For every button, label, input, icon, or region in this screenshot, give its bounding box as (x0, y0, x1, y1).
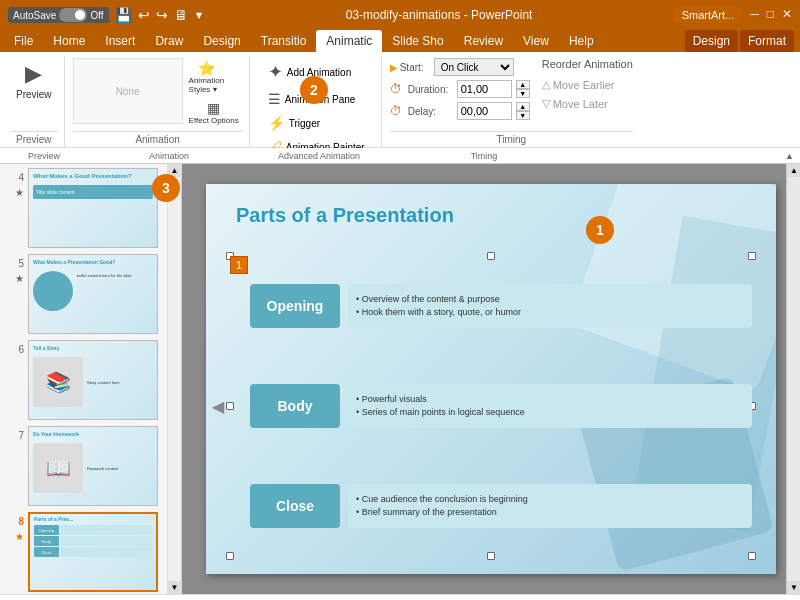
close-content: • Cue audience the conclusion is beginni… (348, 484, 752, 528)
slide-num-6: 6 (8, 340, 24, 355)
restore-button[interactable]: □ (767, 7, 774, 23)
tab-design[interactable]: Design (193, 30, 250, 52)
title-bar-left: AutoSave Off 💾 ↩ ↪ 🖥 ▼ (8, 7, 204, 23)
animation-styles-gallery[interactable]: None (73, 58, 183, 124)
body-label: Body (250, 384, 340, 428)
delay-input[interactable] (457, 102, 512, 120)
duration-row: ⏱ Duration: ▲ ▼ (390, 80, 530, 98)
autosave-badge[interactable]: AutoSave Off (8, 7, 109, 23)
ribbon-group-preview: ▶ Preview Preview (4, 56, 65, 147)
start-label: ▶ Start: (390, 62, 430, 73)
tab-view[interactable]: View (513, 30, 559, 52)
vscroll-down[interactable]: ▼ (787, 581, 800, 594)
tab-slideshow[interactable]: Slide Sho (382, 30, 453, 52)
smartart-selection-area[interactable]: ◀ 1 Opening • Overview of the content & … (226, 252, 756, 560)
slide-area-vscrollbar[interactable]: ▲ ▼ (786, 164, 800, 594)
slide-img-5[interactable]: What Makes a Presentation Good? bullet c… (28, 254, 158, 334)
slide-title: Parts of a Presentation (236, 204, 454, 227)
callout-badge-3: 3 (152, 174, 180, 202)
timing-col: ▶ Start: On Click ⏱ Duration: ▲ ▼ (390, 58, 530, 122)
move-earlier-icon: △ (542, 78, 550, 91)
duration-icon: ⏱ (390, 82, 402, 96)
delay-spinner[interactable]: ▲ ▼ (516, 102, 530, 120)
title-bar-controls: SmartArt... ─ □ ✕ (674, 7, 792, 23)
smartart-row-body[interactable]: Body • Powerful visuals • Series of main… (250, 364, 752, 448)
delay-icon: ⏱ (390, 104, 402, 118)
slide-panel: 4 ★ What Makes a Good Presentation? Titl… (0, 164, 168, 594)
callout-badge-2: 2 (300, 76, 328, 104)
tab-review[interactable]: Review (454, 30, 513, 52)
timing-group-label: Timing (390, 131, 633, 145)
star-icon-5: ★ (15, 269, 24, 284)
delay-up[interactable]: ▲ (516, 102, 530, 111)
tab-help[interactable]: Help (559, 30, 604, 52)
tab-animations[interactable]: Animatic (316, 30, 382, 52)
slide-thumb-8[interactable]: 8 ★ Parts of a Pres... Opening Body Clos… (4, 512, 163, 592)
trigger-icon: ⚡ (268, 115, 285, 131)
timing-group-content: ▶ Start: On Click ⏱ Duration: ▲ ▼ (390, 58, 633, 129)
tab-home[interactable]: Home (43, 30, 95, 52)
autosave-toggle[interactable] (59, 8, 87, 22)
slide-panel-scrollbar[interactable]: ▲ ▼ (168, 164, 182, 594)
animation-section-label: Animation (84, 151, 254, 161)
vscroll-up[interactable]: ▲ (787, 164, 800, 177)
effect-options-icon: ▦ (207, 100, 220, 116)
smartart-row-opening[interactable]: Opening • Overview of the content & purp… (250, 264, 752, 348)
delay-row: ⏱ Delay: ▲ ▼ (390, 102, 530, 120)
tab-insert[interactable]: Insert (95, 30, 145, 52)
slide-img-7[interactable]: Do Your Homework 📖 Research content (28, 426, 158, 506)
delay-down[interactable]: ▼ (516, 111, 530, 120)
minimize-button[interactable]: ─ (750, 7, 759, 23)
slide-thumb-6[interactable]: 6 Tell a Story 📚 Story content here (4, 340, 163, 420)
preview-button[interactable]: ▶ Preview (10, 58, 58, 104)
tab-file[interactable]: File (4, 30, 43, 52)
slide-scroll-down[interactable]: ▼ (168, 581, 182, 594)
monitor-icon[interactable]: 🖥 (174, 7, 188, 23)
undo-icon[interactable]: ↩ (138, 7, 150, 23)
handle-tc[interactable] (487, 252, 495, 260)
duration-input[interactable] (457, 80, 512, 98)
tab-smartart-design[interactable]: Design (685, 30, 738, 52)
animation-group-label: Animation (73, 131, 243, 145)
star-icon-8: ★ (15, 527, 24, 542)
close-label: Close (250, 484, 340, 528)
star-icon-4: ★ (15, 183, 24, 198)
advanced-section-label: Advanced Animation (254, 151, 384, 161)
advanced-group-content: ✦ Add Animation ☰ Animation Pane ⚡ Trigg… (262, 58, 371, 158)
smartart-row-close[interactable]: Close • Cue audience the conclusion is b… (250, 464, 752, 548)
move-earlier-button: △ Move Earlier (542, 76, 615, 93)
scroll-left-arrow[interactable]: ◀ (212, 397, 224, 416)
add-animation-icon: ✦ (268, 61, 283, 83)
effect-options-button[interactable]: ▦ Effect Options (185, 98, 243, 127)
opening-label: Opening (250, 284, 340, 328)
animation-group-content: None ⭐ AnimationStyles ▾ ▦ Effect Option… (73, 58, 243, 129)
preview-section-label: Preview (4, 151, 84, 161)
dropdown-icon[interactable]: ▼ (194, 9, 205, 21)
move-later-button: ▽ Move Later (542, 95, 608, 112)
ribbon-labels-row: Preview Animation Advanced Animation Tim… (0, 148, 800, 164)
collapse-ribbon-icon[interactable]: ▲ (785, 151, 794, 161)
tab-transitions[interactable]: Transitio (251, 30, 317, 52)
trigger-button[interactable]: ⚡ Trigger (262, 112, 326, 134)
slide-thumb-5[interactable]: 5 ★ What Makes a Presentation Good? bull… (4, 254, 163, 334)
redo-icon[interactable]: ↪ (156, 7, 168, 23)
duration-up[interactable]: ▲ (516, 80, 530, 89)
slide-img-8[interactable]: Parts of a Pres... Opening Body Close (28, 512, 158, 592)
animation-styles-button[interactable]: ⭐ AnimationStyles ▾ (185, 58, 229, 96)
handle-tr[interactable] (748, 252, 756, 260)
close-button[interactable]: ✕ (782, 7, 792, 23)
slide-img-4[interactable]: What Makes a Good Presentation? Title sl… (28, 168, 158, 248)
duration-down[interactable]: ▼ (516, 89, 530, 98)
slide-thumb-7[interactable]: 7 Do Your Homework 📖 Research content (4, 426, 163, 506)
duration-spinner[interactable]: ▲ ▼ (516, 80, 530, 98)
slide-img-6[interactable]: Tell a Story 📚 Story content here (28, 340, 158, 420)
handle-ml[interactable] (226, 402, 234, 410)
start-select[interactable]: On Click (434, 58, 514, 76)
save-icon[interactable]: 💾 (115, 7, 132, 23)
slide-thumb-4[interactable]: 4 ★ What Makes a Good Presentation? Titl… (4, 168, 163, 248)
handle-bl[interactable] (226, 552, 234, 560)
tab-smartart-format[interactable]: Format (740, 30, 794, 52)
smartart-context-label: SmartArt... (674, 7, 743, 23)
tab-draw[interactable]: Draw (145, 30, 193, 52)
ribbon-group-timing: ▶ Start: On Click ⏱ Duration: ▲ ▼ (384, 56, 639, 147)
